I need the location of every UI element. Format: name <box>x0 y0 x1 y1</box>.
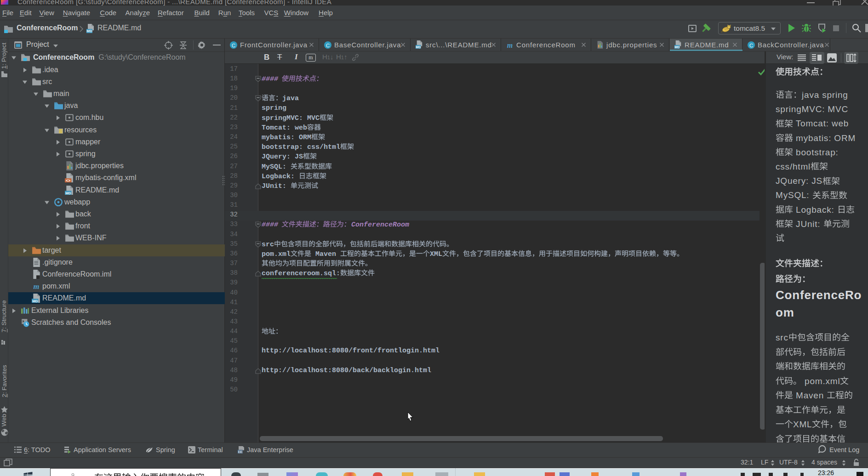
svg-text:C: C <box>749 43 753 48</box>
svg-text:MD: MD <box>86 29 92 33</box>
svg-text:EE: EE <box>238 450 243 453</box>
svg-text:C: C <box>326 43 330 48</box>
svg-text:MD: MD <box>65 191 71 195</box>
svg-text:<>: <> <box>66 178 70 183</box>
svg-text:MD: MD <box>674 45 680 49</box>
svg-text:m: m <box>34 282 40 291</box>
svg-text:MD: MD <box>32 299 38 303</box>
svg-text:C: C <box>232 43 235 48</box>
svg-text:MD: MD <box>416 45 421 49</box>
svg-text:m: m <box>507 41 513 49</box>
